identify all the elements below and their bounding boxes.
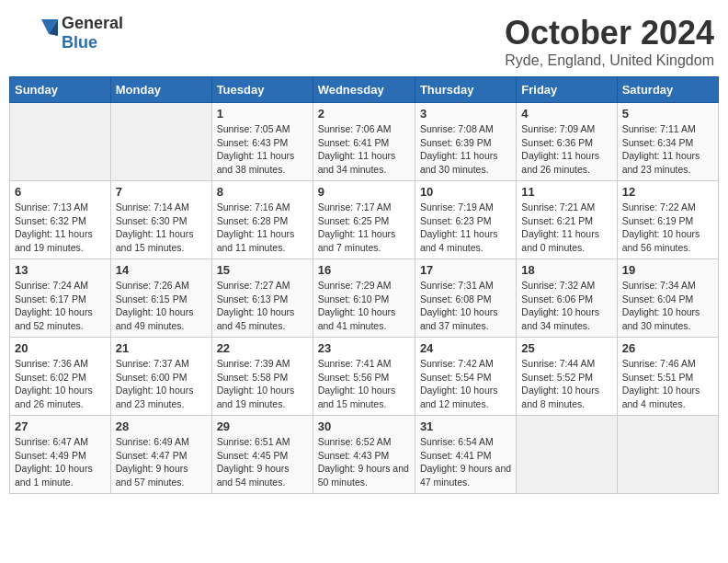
title-section: October 2024 Ryde, England, United Kingd… bbox=[505, 14, 714, 69]
table-row: 1Sunrise: 7:05 AM Sunset: 6:43 PM Daylig… bbox=[211, 103, 313, 181]
day-info: Sunrise: 7:34 AM Sunset: 6:04 PM Dayligh… bbox=[622, 279, 713, 333]
table-row: 23Sunrise: 7:41 AM Sunset: 5:56 PM Dayli… bbox=[313, 338, 415, 416]
table-row: 27Sunrise: 6:47 AM Sunset: 4:49 PM Dayli… bbox=[10, 416, 111, 494]
day-number: 25 bbox=[521, 341, 611, 355]
table-row: 3Sunrise: 7:08 AM Sunset: 6:39 PM Daylig… bbox=[415, 103, 516, 181]
col-monday: Monday bbox=[110, 77, 211, 103]
day-info: Sunrise: 7:36 AM Sunset: 6:02 PM Dayligh… bbox=[15, 357, 106, 411]
day-number: 12 bbox=[622, 185, 713, 199]
col-tuesday: Tuesday bbox=[211, 77, 313, 103]
day-number: 27 bbox=[15, 419, 106, 433]
day-number: 21 bbox=[116, 341, 207, 355]
day-info: Sunrise: 7:32 AM Sunset: 6:06 PM Dayligh… bbox=[521, 279, 611, 333]
day-number: 17 bbox=[420, 263, 511, 277]
day-info: Sunrise: 7:42 AM Sunset: 5:54 PM Dayligh… bbox=[420, 357, 511, 411]
page-header: General Blue October 2024 Ryde, England,… bbox=[9, 9, 719, 69]
day-info: Sunrise: 7:24 AM Sunset: 6:17 PM Dayligh… bbox=[15, 279, 106, 333]
table-row: 25Sunrise: 7:44 AM Sunset: 5:52 PM Dayli… bbox=[517, 338, 617, 416]
col-thursday: Thursday bbox=[415, 77, 516, 103]
day-info: Sunrise: 7:06 AM Sunset: 6:41 PM Dayligh… bbox=[318, 122, 410, 177]
table-row: 2Sunrise: 7:06 AM Sunset: 6:41 PM Daylig… bbox=[313, 103, 415, 181]
day-info: Sunrise: 6:54 AM Sunset: 4:41 PM Dayligh… bbox=[420, 435, 511, 489]
day-info: Sunrise: 7:08 AM Sunset: 6:39 PM Dayligh… bbox=[420, 122, 511, 177]
day-info: Sunrise: 7:27 AM Sunset: 6:13 PM Dayligh… bbox=[217, 279, 308, 333]
calendar-table: Sunday Monday Tuesday Wednesday Thursday… bbox=[9, 76, 719, 494]
day-number: 8 bbox=[217, 185, 308, 199]
day-info: Sunrise: 6:47 AM Sunset: 4:49 PM Dayligh… bbox=[15, 435, 106, 489]
table-row: 31Sunrise: 6:54 AM Sunset: 4:41 PM Dayli… bbox=[415, 416, 516, 494]
day-info: Sunrise: 6:52 AM Sunset: 4:43 PM Dayligh… bbox=[318, 435, 410, 489]
col-sunday: Sunday bbox=[10, 77, 111, 103]
table-row: 30Sunrise: 6:52 AM Sunset: 4:43 PM Dayli… bbox=[313, 416, 415, 494]
day-number: 28 bbox=[116, 419, 207, 433]
calendar-week-row: 1Sunrise: 7:05 AM Sunset: 6:43 PM Daylig… bbox=[10, 103, 719, 181]
day-number: 16 bbox=[318, 263, 410, 277]
table-row: 24Sunrise: 7:42 AM Sunset: 5:54 PM Dayli… bbox=[415, 338, 516, 416]
day-number: 5 bbox=[622, 107, 713, 121]
table-row: 20Sunrise: 7:36 AM Sunset: 6:02 PM Dayli… bbox=[10, 338, 111, 416]
table-row: 12Sunrise: 7:22 AM Sunset: 6:19 PM Dayli… bbox=[617, 181, 718, 259]
day-number: 14 bbox=[116, 263, 207, 277]
table-row bbox=[110, 103, 211, 181]
day-info: Sunrise: 7:17 AM Sunset: 6:25 PM Dayligh… bbox=[318, 201, 410, 255]
day-number: 19 bbox=[622, 263, 713, 277]
day-number: 22 bbox=[217, 341, 308, 355]
table-row: 7Sunrise: 7:14 AM Sunset: 6:30 PM Daylig… bbox=[110, 181, 211, 259]
month-title: October 2024 bbox=[505, 14, 714, 52]
table-row: 26Sunrise: 7:46 AM Sunset: 5:51 PM Dayli… bbox=[617, 338, 718, 416]
table-row bbox=[10, 103, 111, 181]
day-info: Sunrise: 7:11 AM Sunset: 6:34 PM Dayligh… bbox=[622, 122, 713, 177]
table-row: 15Sunrise: 7:27 AM Sunset: 6:13 PM Dayli… bbox=[211, 259, 313, 338]
day-number: 23 bbox=[318, 341, 410, 355]
table-row: 21Sunrise: 7:37 AM Sunset: 6:00 PM Dayli… bbox=[110, 338, 211, 416]
day-number: 26 bbox=[622, 341, 713, 355]
col-saturday: Saturday bbox=[617, 77, 718, 103]
table-row: 17Sunrise: 7:31 AM Sunset: 6:08 PM Dayli… bbox=[415, 259, 516, 338]
table-row: 4Sunrise: 7:09 AM Sunset: 6:36 PM Daylig… bbox=[517, 103, 617, 181]
day-number: 11 bbox=[521, 185, 611, 199]
logo-general-text: General bbox=[62, 14, 123, 32]
col-wednesday: Wednesday bbox=[313, 77, 415, 103]
calendar-week-row: 13Sunrise: 7:24 AM Sunset: 6:17 PM Dayli… bbox=[10, 259, 719, 338]
day-info: Sunrise: 7:05 AM Sunset: 6:43 PM Dayligh… bbox=[217, 122, 308, 177]
table-row bbox=[617, 416, 718, 494]
col-friday: Friday bbox=[517, 77, 617, 103]
table-row: 22Sunrise: 7:39 AM Sunset: 5:58 PM Dayli… bbox=[211, 338, 313, 416]
logo: General Blue bbox=[14, 14, 123, 52]
day-info: Sunrise: 7:46 AM Sunset: 5:51 PM Dayligh… bbox=[622, 357, 713, 411]
day-number: 3 bbox=[420, 107, 511, 121]
day-number: 6 bbox=[15, 185, 106, 199]
day-number: 30 bbox=[318, 419, 410, 433]
day-number: 1 bbox=[217, 107, 308, 121]
day-info: Sunrise: 6:49 AM Sunset: 4:47 PM Dayligh… bbox=[116, 435, 207, 489]
day-number: 18 bbox=[521, 263, 611, 277]
table-row: 18Sunrise: 7:32 AM Sunset: 6:06 PM Dayli… bbox=[517, 259, 617, 338]
logo-icon bbox=[14, 16, 58, 51]
day-info: Sunrise: 7:21 AM Sunset: 6:21 PM Dayligh… bbox=[521, 201, 611, 255]
table-row: 29Sunrise: 6:51 AM Sunset: 4:45 PM Dayli… bbox=[211, 416, 313, 494]
day-info: Sunrise: 7:44 AM Sunset: 5:52 PM Dayligh… bbox=[521, 357, 611, 411]
calendar-week-row: 6Sunrise: 7:13 AM Sunset: 6:32 PM Daylig… bbox=[10, 181, 719, 259]
table-row: 11Sunrise: 7:21 AM Sunset: 6:21 PM Dayli… bbox=[517, 181, 617, 259]
calendar-header-row: Sunday Monday Tuesday Wednesday Thursday… bbox=[10, 77, 719, 103]
day-info: Sunrise: 7:13 AM Sunset: 6:32 PM Dayligh… bbox=[15, 201, 106, 255]
table-row: 9Sunrise: 7:17 AM Sunset: 6:25 PM Daylig… bbox=[313, 181, 415, 259]
day-info: Sunrise: 7:16 AM Sunset: 6:28 PM Dayligh… bbox=[217, 201, 308, 255]
day-number: 2 bbox=[318, 107, 410, 121]
day-number: 13 bbox=[15, 263, 106, 277]
table-row: 5Sunrise: 7:11 AM Sunset: 6:34 PM Daylig… bbox=[617, 103, 718, 181]
day-number: 15 bbox=[217, 263, 308, 277]
day-info: Sunrise: 7:22 AM Sunset: 6:19 PM Dayligh… bbox=[622, 201, 713, 255]
calendar-week-row: 20Sunrise: 7:36 AM Sunset: 6:02 PM Dayli… bbox=[10, 338, 719, 416]
day-info: Sunrise: 7:29 AM Sunset: 6:10 PM Dayligh… bbox=[318, 279, 410, 333]
day-info: Sunrise: 7:41 AM Sunset: 5:56 PM Dayligh… bbox=[318, 357, 410, 411]
day-info: Sunrise: 7:14 AM Sunset: 6:30 PM Dayligh… bbox=[116, 201, 207, 255]
table-row: 28Sunrise: 6:49 AM Sunset: 4:47 PM Dayli… bbox=[110, 416, 211, 494]
day-number: 9 bbox=[318, 185, 410, 199]
day-info: Sunrise: 7:39 AM Sunset: 5:58 PM Dayligh… bbox=[217, 357, 308, 411]
day-info: Sunrise: 6:51 AM Sunset: 4:45 PM Dayligh… bbox=[217, 435, 308, 489]
day-number: 31 bbox=[420, 419, 511, 433]
table-row bbox=[517, 416, 617, 494]
calendar-week-row: 27Sunrise: 6:47 AM Sunset: 4:49 PM Dayli… bbox=[10, 416, 719, 494]
day-info: Sunrise: 7:31 AM Sunset: 6:08 PM Dayligh… bbox=[420, 279, 511, 333]
